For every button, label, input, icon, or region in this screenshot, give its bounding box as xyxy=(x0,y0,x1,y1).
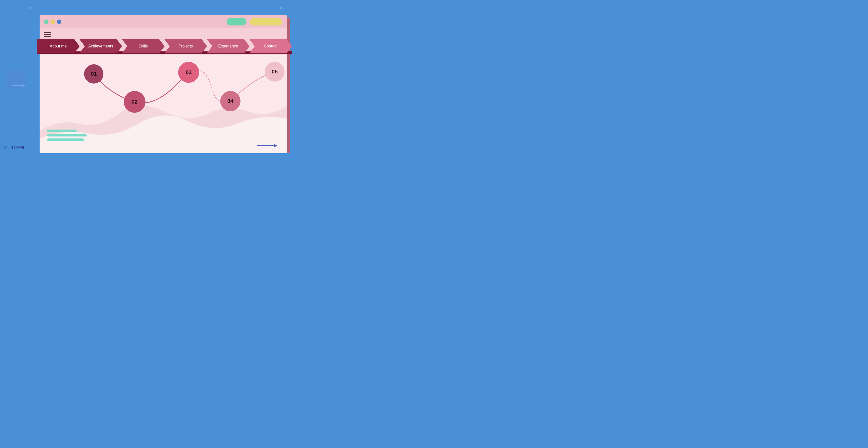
hamburger-line-1 xyxy=(44,32,51,33)
nav-bar: About me Achievements Skills Projects Ex… xyxy=(37,39,292,54)
nav-item-skills[interactable]: Skills xyxy=(122,39,164,54)
hamburger-menu[interactable] xyxy=(44,30,51,39)
header-button-yellow[interactable] xyxy=(250,18,282,26)
header-button-green[interactable] xyxy=(227,18,246,26)
traffic-lights xyxy=(44,20,61,24)
cyan-bar-2 xyxy=(47,134,87,136)
traffic-light-green xyxy=(44,20,49,24)
timeline-node-04: 04 xyxy=(220,91,241,111)
hamburger-line-3 xyxy=(44,36,51,37)
timeline-node-02: 02 xyxy=(124,91,146,113)
bowwe-credit: © ⓘ BQWWE xyxy=(4,145,24,150)
arrow-top-left xyxy=(14,6,32,9)
nav-item-experience[interactable]: Experience xyxy=(207,39,250,54)
nav-item-projects[interactable]: Projects xyxy=(164,39,207,54)
hamburger-line-2 xyxy=(44,34,51,35)
header-buttons xyxy=(227,18,282,26)
cyan-bars xyxy=(47,130,87,141)
arrow-top-right xyxy=(265,6,283,9)
timeline-node-05: 05 xyxy=(265,62,284,81)
browser-content: 01 02 03 04 05 xyxy=(39,55,287,153)
cyan-bar-1 xyxy=(47,130,77,132)
traffic-light-blue xyxy=(57,20,61,24)
timeline-node-03: 03 xyxy=(178,62,199,83)
nav-item-about-me[interactable]: About me xyxy=(37,39,80,54)
bottom-right-arrow xyxy=(257,145,277,146)
timeline-node-01: 01 xyxy=(84,64,103,83)
nav-item-contact[interactable]: Contact xyxy=(249,39,292,54)
arrow-mid-left xyxy=(12,84,25,87)
traffic-light-yellow xyxy=(51,20,55,24)
nav-item-achievements[interactable]: Achievements xyxy=(80,39,122,54)
browser-window: About me Achievements Skills Projects Ex… xyxy=(39,15,287,153)
browser-titlebar xyxy=(39,15,287,28)
cyan-bar-3 xyxy=(47,138,84,141)
